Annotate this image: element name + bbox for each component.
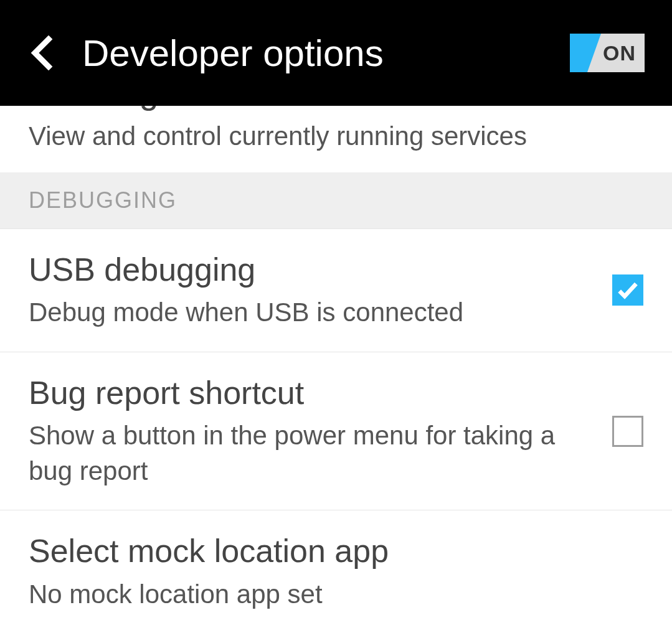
item-subtitle: No mock location app set (29, 577, 631, 612)
item-subtitle: View and control currently running servi… (29, 120, 643, 154)
master-toggle[interactable]: ON (570, 34, 645, 72)
item-title: Select mock location app (29, 532, 631, 570)
item-title: Running services (29, 106, 643, 111)
setting-running-services[interactable]: Running services View and control curren… (0, 106, 672, 172)
checkbox-bug-report[interactable] (612, 416, 643, 447)
settings-list[interactable]: Running services View and control curren… (0, 106, 672, 633)
toggle-label: ON (603, 41, 645, 65)
back-icon[interactable] (27, 35, 57, 70)
setting-usb-debugging[interactable]: USB debugging Debug mode when USB is con… (0, 229, 672, 352)
item-subtitle: Debug mode when USB is connected (29, 295, 600, 331)
page-title: Developer options (82, 32, 570, 75)
setting-mock-location[interactable]: Select mock location app No mock locatio… (0, 510, 672, 633)
app-header: Developer options ON (0, 0, 672, 106)
section-header-debugging: DEBUGGING (0, 172, 672, 229)
item-title: Bug report shortcut (29, 373, 600, 412)
item-title: USB debugging (29, 250, 600, 289)
setting-bug-report-shortcut[interactable]: Bug report shortcut Show a button in the… (0, 352, 672, 511)
checkbox-usb-debugging[interactable] (612, 274, 643, 306)
item-subtitle: Show a button in the power menu for taki… (29, 418, 600, 489)
